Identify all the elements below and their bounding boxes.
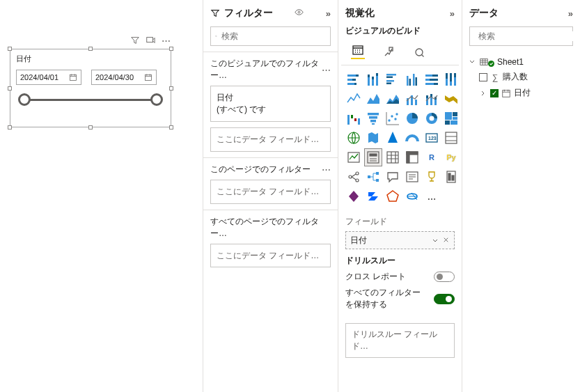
cross-report-toggle[interactable] xyxy=(434,272,455,282)
focus-mode-icon[interactable] xyxy=(145,35,156,46)
funnel-chart-icon[interactable] xyxy=(365,110,382,127)
chevron-right-icon[interactable] xyxy=(479,89,487,97)
build-tab[interactable] xyxy=(351,45,365,59)
field-row-qty[interactable]: ∑ 購入数 xyxy=(467,69,576,85)
azure-map-icon[interactable] xyxy=(384,130,401,146)
treemap-icon[interactable] xyxy=(443,110,460,127)
filter-drop-page[interactable]: ここにデータ フィールド… xyxy=(210,180,331,204)
keep-filters-toggle[interactable] xyxy=(434,294,455,304)
funnel-icon xyxy=(210,8,220,18)
field-checkbox[interactable] xyxy=(479,73,487,81)
data-search[interactable] xyxy=(469,26,573,46)
resize-handle[interactable] xyxy=(8,86,12,91)
slider-thumb-left[interactable] xyxy=(18,93,31,106)
drillthrough-title: ドリルスルー xyxy=(345,255,455,267)
arcgis-icon[interactable] xyxy=(404,188,421,205)
svg-rect-75 xyxy=(370,154,377,156)
svg-rect-21 xyxy=(386,77,393,79)
filter-icon[interactable] xyxy=(130,35,141,46)
slicer-visual[interactable]: 日付 2024/04/01 2024/04/30 xyxy=(10,49,171,127)
collapse-pane-icon[interactable]: » xyxy=(450,8,455,19)
filter-drop-visual[interactable]: ここにデータ フィールド… xyxy=(210,127,331,152)
card-icon[interactable]: 123 xyxy=(423,130,440,146)
resize-handle[interactable] xyxy=(169,86,173,91)
chevron-down-icon[interactable] xyxy=(431,236,439,244)
hundred-percent-column-chart-icon[interactable] xyxy=(443,71,460,88)
filter-search[interactable] xyxy=(210,26,331,46)
resize-handle[interactable] xyxy=(88,47,93,51)
decomposition-tree-icon[interactable] xyxy=(365,168,382,185)
stacked-area-chart-icon[interactable] xyxy=(384,91,401,107)
sigma-icon: ∑ xyxy=(490,72,500,82)
table-node[interactable]: Sheet1 xyxy=(467,54,576,69)
field-checkbox[interactable]: ✓ xyxy=(490,89,499,97)
donut-chart-icon[interactable] xyxy=(423,110,440,127)
field-well[interactable]: 日付 xyxy=(345,231,455,249)
remove-field-icon[interactable] xyxy=(442,236,450,244)
resize-handle[interactable] xyxy=(169,125,173,130)
svg-point-82 xyxy=(356,179,359,182)
qna-icon[interactable] xyxy=(384,168,401,185)
map-icon[interactable] xyxy=(345,130,362,146)
filter-pane: フィルター » このビジュアルでのフィルター…⋯ 日付 (すべて) です ここに… xyxy=(203,0,338,392)
pie-chart-icon[interactable] xyxy=(404,110,421,127)
resize-handle[interactable] xyxy=(88,125,93,130)
svg-rect-1 xyxy=(70,75,77,80)
power-automate-icon[interactable] xyxy=(365,188,382,205)
multi-row-card-icon[interactable] xyxy=(443,130,460,146)
filter-card-date[interactable]: 日付 (すべて) です xyxy=(210,86,331,122)
line-clustered-column-icon[interactable] xyxy=(404,91,421,107)
more-options-icon[interactable]: ⋯ xyxy=(160,35,171,46)
filter-search-input[interactable] xyxy=(221,31,326,41)
more-icon[interactable]: ⋯ xyxy=(322,65,331,75)
waterfall-chart-icon[interactable] xyxy=(345,110,362,127)
data-search-input[interactable] xyxy=(478,31,580,41)
slicer-icon[interactable] xyxy=(365,149,382,166)
stacked-column-chart-icon[interactable] xyxy=(365,71,382,88)
python-visual-icon[interactable]: Py xyxy=(443,149,460,166)
slicer-slider[interactable] xyxy=(24,99,157,101)
slider-thumb-right[interactable] xyxy=(150,93,163,106)
scatter-chart-icon[interactable] xyxy=(384,110,401,127)
date-from-input[interactable]: 2024/04/01 xyxy=(16,70,81,85)
date-to-input[interactable]: 2024/04/30 xyxy=(91,70,157,85)
format-tab[interactable] xyxy=(382,45,395,59)
collapse-pane-icon[interactable]: » xyxy=(326,8,331,19)
r-visual-icon[interactable]: R xyxy=(423,149,440,166)
power-apps-icon[interactable] xyxy=(345,188,362,205)
smart-narrative-icon[interactable] xyxy=(404,168,421,185)
ribbon-chart-icon[interactable] xyxy=(443,91,460,107)
shape-icon[interactable] xyxy=(384,188,401,205)
drillthrough-drop[interactable]: ドリルスルー フィールド… xyxy=(345,323,455,358)
filter-drop-allpages[interactable]: ここにデータ フィールド… xyxy=(210,244,331,268)
resize-handle[interactable] xyxy=(169,47,173,51)
stacked-bar-chart-icon[interactable] xyxy=(345,71,362,88)
more-icon[interactable]: ⋯ xyxy=(322,164,331,175)
line-stacked-column-icon[interactable] xyxy=(423,91,440,107)
report-canvas[interactable]: ⋯ 日付 2024/04/01 2024/04/30 xyxy=(0,0,203,392)
chevron-down-icon[interactable] xyxy=(468,58,476,66)
more-visuals-icon[interactable]: … xyxy=(423,188,440,205)
resize-handle[interactable] xyxy=(8,125,12,130)
table-icon[interactable] xyxy=(384,149,401,166)
line-chart-icon[interactable] xyxy=(345,91,362,107)
svg-rect-10 xyxy=(347,79,352,81)
svg-point-81 xyxy=(356,172,359,175)
collapse-pane-icon[interactable]: » xyxy=(568,8,573,19)
clustered-bar-chart-icon[interactable] xyxy=(384,71,401,88)
analytics-tab[interactable] xyxy=(412,45,426,59)
field-row-date[interactable]: ✓ 日付 xyxy=(467,85,576,101)
filled-map-icon[interactable] xyxy=(365,130,382,146)
clustered-column-chart-icon[interactable] xyxy=(404,71,421,88)
paginated-report-icon[interactable] xyxy=(443,168,460,185)
resize-handle[interactable] xyxy=(8,47,12,51)
matrix-icon[interactable] xyxy=(404,149,421,166)
hundred-percent-bar-chart-icon[interactable] xyxy=(423,71,440,88)
visibility-icon[interactable] xyxy=(294,7,304,19)
svg-rect-66 xyxy=(453,117,457,120)
key-influencers-icon[interactable] xyxy=(345,168,362,185)
goals-icon[interactable] xyxy=(423,168,440,185)
gauge-icon[interactable] xyxy=(404,130,421,146)
kpi-icon[interactable] xyxy=(345,149,362,166)
area-chart-icon[interactable] xyxy=(365,91,382,107)
